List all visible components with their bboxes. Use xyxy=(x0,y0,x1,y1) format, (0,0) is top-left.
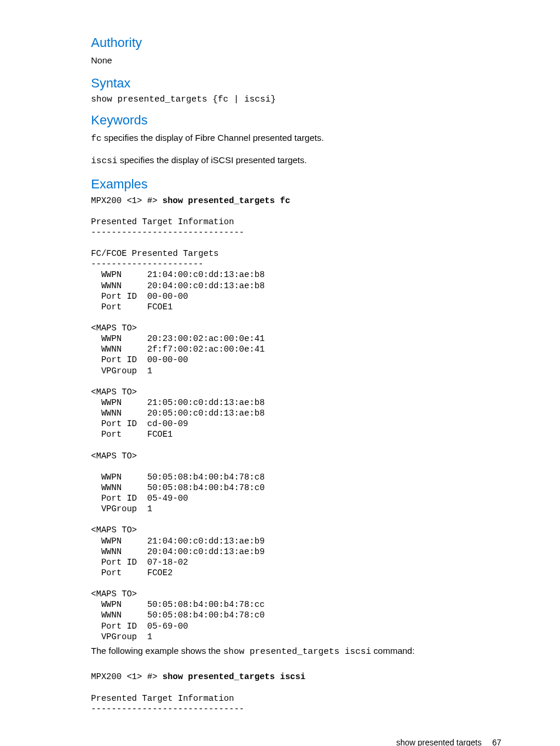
keywords-fc-line: fc specifies the display of Fibre Channe… xyxy=(91,131,501,146)
example2-spacer xyxy=(91,682,501,693)
authority-text: None xyxy=(91,54,501,67)
example2-cmdline: MPX200 <1> #> show presented_targets isc… xyxy=(91,671,501,682)
examples-heading: Examples xyxy=(91,177,501,192)
example1-prompt: MPX200 <1> #> xyxy=(91,196,163,205)
keywords-fc-rest: specifies the display of Fibre Channel p… xyxy=(102,133,324,143)
syntax-heading: Syntax xyxy=(91,76,501,91)
mid-text-mono: show presented_targets iscsi xyxy=(223,647,371,657)
keywords-fc-mono: fc xyxy=(91,134,102,144)
example2-cmd: show presented_targets iscsi xyxy=(163,672,306,681)
keywords-heading: Keywords xyxy=(91,113,501,128)
keywords-iscsi-line: iscsi specifies the display of iSCSI pre… xyxy=(91,154,501,168)
footer-page: 67 xyxy=(492,738,501,746)
footer-label: show presented targets xyxy=(396,738,482,746)
example1-cmd: show presented_targets fc xyxy=(163,196,291,205)
page-footer: show presented targets67 xyxy=(91,738,501,746)
mid-text: The following example shows the show pre… xyxy=(91,644,501,659)
keywords-iscsi-rest: specifies the display of iSCSI presented… xyxy=(117,155,307,165)
example1-output: Presented Target Information -----------… xyxy=(91,217,501,642)
authority-heading: Authority xyxy=(91,35,501,50)
example2-prompt: MPX200 <1> #> xyxy=(91,672,163,681)
example1-spacer xyxy=(91,206,501,217)
keywords-iscsi-mono: iscsi xyxy=(91,156,117,166)
mid-text-post: command: xyxy=(371,646,414,656)
mid-text-pre: The following example shows the xyxy=(91,646,223,656)
syntax-line: show presented_targets {fc | iscsi} xyxy=(91,94,501,104)
example1-cmdline: MPX200 <1> #> show presented_targets fc xyxy=(91,195,501,206)
example2-output: Presented Target Information -----------… xyxy=(91,693,501,714)
